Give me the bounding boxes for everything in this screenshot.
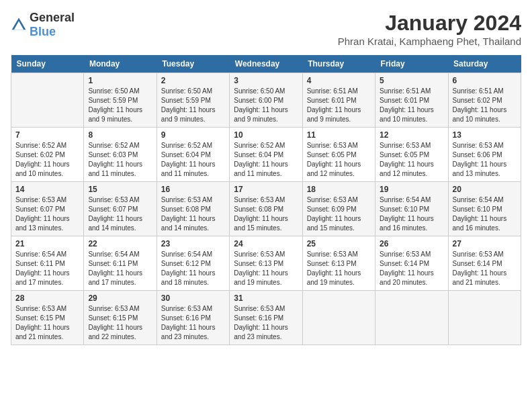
logo-icon (11, 17, 27, 33)
title-block: January 2024 Phran Kratai, Kamphaeng Phe… (338, 11, 521, 47)
week-row-3: 14Sunrise: 6:53 AMSunset: 6:07 PMDayligh… (11, 182, 521, 236)
day-detail: Sunrise: 6:53 AMSunset: 6:09 PMDaylight:… (307, 195, 371, 233)
day-cell: 24Sunrise: 6:53 AMSunset: 6:13 PMDayligh… (230, 236, 302, 291)
week-row-4: 21Sunrise: 6:54 AMSunset: 6:11 PMDayligh… (11, 236, 521, 291)
day-cell: 30Sunrise: 6:53 AMSunset: 6:16 PMDayligh… (157, 291, 229, 345)
day-detail: Sunrise: 6:53 AMSunset: 6:08 PMDaylight:… (234, 195, 298, 233)
col-header-wednesday: Wednesday (230, 55, 302, 73)
day-number: 6 (453, 76, 517, 85)
day-detail: Sunrise: 6:54 AMSunset: 6:12 PMDaylight:… (161, 250, 225, 287)
day-number: 19 (380, 185, 443, 194)
day-number: 13 (453, 130, 517, 140)
day-number: 12 (380, 130, 443, 140)
day-cell: 25Sunrise: 6:53 AMSunset: 6:13 PMDayligh… (302, 236, 375, 291)
day-number: 3 (234, 76, 298, 85)
day-detail: Sunrise: 6:54 AMSunset: 6:10 PMDaylight:… (453, 195, 517, 233)
day-cell: 8Sunrise: 6:52 AMSunset: 6:03 PMDaylight… (84, 128, 157, 182)
month-title: January 2024 (338, 11, 521, 36)
day-detail: Sunrise: 6:51 AMSunset: 6:02 PMDaylight:… (453, 87, 517, 124)
day-cell: 4Sunrise: 6:51 AMSunset: 6:01 PMDaylight… (302, 73, 375, 128)
day-number: 7 (15, 130, 79, 140)
day-number: 24 (234, 239, 298, 248)
day-detail: Sunrise: 6:52 AMSunset: 6:04 PMDaylight:… (234, 141, 298, 179)
page-header: General Blue January 2024 Phran Kratai, … (11, 11, 521, 47)
day-detail: Sunrise: 6:53 AMSunset: 6:13 PMDaylight:… (234, 250, 298, 287)
location-title: Phran Kratai, Kamphaeng Phet, Thailand (338, 36, 521, 47)
day-number: 25 (307, 239, 371, 248)
day-cell: 15Sunrise: 6:53 AMSunset: 6:07 PMDayligh… (84, 182, 157, 236)
day-detail: Sunrise: 6:52 AMSunset: 6:03 PMDaylight:… (88, 141, 152, 179)
day-cell (375, 291, 448, 345)
day-number: 27 (453, 239, 517, 248)
day-cell: 27Sunrise: 6:53 AMSunset: 6:14 PMDayligh… (448, 236, 521, 291)
day-cell: 9Sunrise: 6:52 AMSunset: 6:04 PMDaylight… (157, 128, 229, 182)
day-detail: Sunrise: 6:53 AMSunset: 6:16 PMDaylight:… (234, 304, 298, 342)
day-number: 10 (234, 130, 298, 140)
day-detail: Sunrise: 6:52 AMSunset: 6:04 PMDaylight:… (161, 141, 225, 179)
day-detail: Sunrise: 6:54 AMSunset: 6:11 PMDaylight:… (88, 250, 152, 287)
day-detail: Sunrise: 6:50 AMSunset: 6:00 PMDaylight:… (234, 87, 298, 124)
day-number: 9 (161, 130, 225, 140)
day-cell: 28Sunrise: 6:53 AMSunset: 6:15 PMDayligh… (11, 291, 84, 345)
day-cell: 7Sunrise: 6:52 AMSunset: 6:02 PMDaylight… (11, 128, 84, 182)
day-number: 20 (453, 185, 517, 194)
day-cell: 20Sunrise: 6:54 AMSunset: 6:10 PMDayligh… (448, 182, 521, 236)
day-detail: Sunrise: 6:53 AMSunset: 6:07 PMDaylight:… (88, 195, 152, 233)
day-detail: Sunrise: 6:53 AMSunset: 6:08 PMDaylight:… (161, 195, 225, 233)
day-detail: Sunrise: 6:53 AMSunset: 6:14 PMDaylight:… (380, 250, 443, 287)
day-cell: 10Sunrise: 6:52 AMSunset: 6:04 PMDayligh… (230, 128, 302, 182)
day-cell: 17Sunrise: 6:53 AMSunset: 6:08 PMDayligh… (230, 182, 302, 236)
calendar-table: SundayMondayTuesdayWednesdayThursdayFrid… (11, 55, 521, 345)
day-number: 26 (380, 239, 443, 248)
col-header-monday: Monday (84, 55, 157, 73)
day-number: 11 (307, 130, 371, 140)
day-detail: Sunrise: 6:53 AMSunset: 6:07 PMDaylight:… (15, 195, 79, 233)
day-detail: Sunrise: 6:50 AMSunset: 5:59 PMDaylight:… (88, 87, 152, 124)
day-cell: 6Sunrise: 6:51 AMSunset: 6:02 PMDaylight… (448, 73, 521, 128)
day-detail: Sunrise: 6:51 AMSunset: 6:01 PMDaylight:… (307, 87, 371, 124)
day-number: 28 (15, 293, 79, 303)
day-cell: 11Sunrise: 6:53 AMSunset: 6:05 PMDayligh… (302, 128, 375, 182)
day-number: 22 (88, 239, 152, 248)
day-cell: 12Sunrise: 6:53 AMSunset: 6:05 PMDayligh… (375, 128, 448, 182)
day-cell: 23Sunrise: 6:54 AMSunset: 6:12 PMDayligh… (157, 236, 229, 291)
day-detail: Sunrise: 6:53 AMSunset: 6:14 PMDaylight:… (453, 250, 517, 287)
day-detail: Sunrise: 6:50 AMSunset: 5:59 PMDaylight:… (161, 87, 225, 124)
day-detail: Sunrise: 6:53 AMSunset: 6:15 PMDaylight:… (15, 304, 79, 342)
day-cell: 1Sunrise: 6:50 AMSunset: 5:59 PMDaylight… (84, 73, 157, 128)
day-number: 1 (88, 76, 152, 85)
day-cell: 29Sunrise: 6:53 AMSunset: 6:15 PMDayligh… (84, 291, 157, 345)
day-number: 2 (161, 76, 225, 85)
day-number: 15 (88, 185, 152, 194)
day-cell (448, 291, 521, 345)
col-header-tuesday: Tuesday (157, 55, 229, 73)
day-cell: 13Sunrise: 6:53 AMSunset: 6:06 PMDayligh… (448, 128, 521, 182)
week-row-5: 28Sunrise: 6:53 AMSunset: 6:15 PMDayligh… (11, 291, 521, 345)
day-number: 17 (234, 185, 298, 194)
col-header-friday: Friday (375, 55, 448, 73)
day-number: 8 (88, 130, 152, 140)
day-number: 23 (161, 239, 225, 248)
header-row: SundayMondayTuesdayWednesdayThursdayFrid… (11, 55, 521, 73)
day-number: 21 (15, 239, 79, 248)
day-detail: Sunrise: 6:53 AMSunset: 6:05 PMDaylight:… (307, 141, 371, 179)
col-header-thursday: Thursday (302, 55, 375, 73)
day-detail: Sunrise: 6:54 AMSunset: 6:11 PMDaylight:… (15, 250, 79, 287)
day-detail: Sunrise: 6:53 AMSunset: 6:05 PMDaylight:… (380, 141, 443, 179)
logo-blue: Blue (30, 25, 56, 38)
day-cell: 31Sunrise: 6:53 AMSunset: 6:16 PMDayligh… (230, 291, 302, 345)
day-cell: 26Sunrise: 6:53 AMSunset: 6:14 PMDayligh… (375, 236, 448, 291)
day-detail: Sunrise: 6:51 AMSunset: 6:01 PMDaylight:… (380, 87, 443, 124)
day-number: 14 (15, 185, 79, 194)
day-number: 5 (380, 76, 443, 85)
week-row-1: 1Sunrise: 6:50 AMSunset: 5:59 PMDaylight… (11, 73, 521, 128)
day-cell: 21Sunrise: 6:54 AMSunset: 6:11 PMDayligh… (11, 236, 84, 291)
day-detail: Sunrise: 6:52 AMSunset: 6:02 PMDaylight:… (15, 141, 79, 179)
day-cell: 16Sunrise: 6:53 AMSunset: 6:08 PMDayligh… (157, 182, 229, 236)
day-cell: 5Sunrise: 6:51 AMSunset: 6:01 PMDaylight… (375, 73, 448, 128)
col-header-saturday: Saturday (448, 55, 521, 73)
day-cell: 14Sunrise: 6:53 AMSunset: 6:07 PMDayligh… (11, 182, 84, 236)
day-detail: Sunrise: 6:53 AMSunset: 6:13 PMDaylight:… (307, 250, 371, 287)
day-cell: 2Sunrise: 6:50 AMSunset: 5:59 PMDaylight… (157, 73, 229, 128)
day-cell (302, 291, 375, 345)
